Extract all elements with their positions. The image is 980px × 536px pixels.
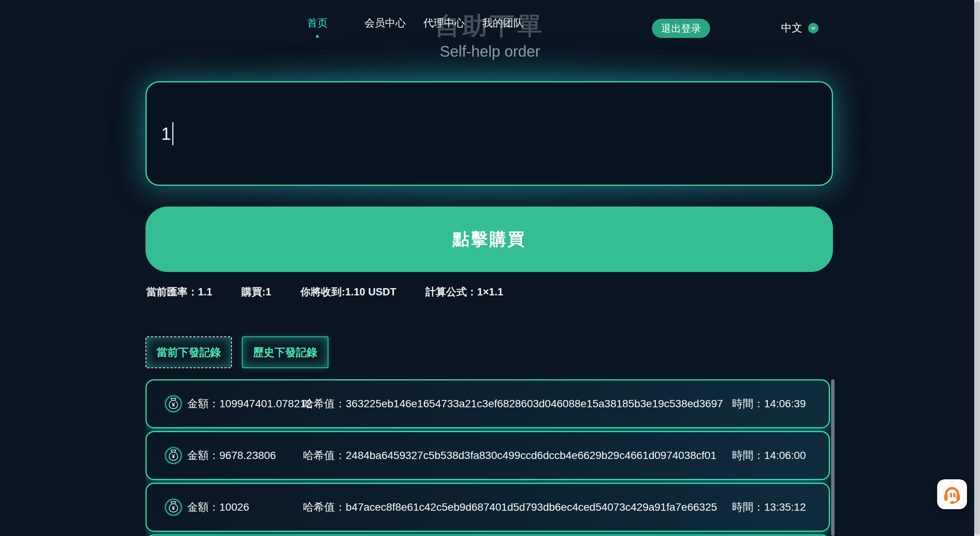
tab-current-records[interactable]: 當前下發記錄 (145, 336, 232, 368)
main-nav: 首页 ▲ 会员中心 代理中心 我的团队 (307, 16, 541, 30)
headset-icon (941, 483, 963, 505)
language-selector[interactable]: 中文 (781, 21, 818, 35)
record-amount: 金額：10026 (187, 500, 303, 515)
money-bag-icon: ¥ (164, 498, 183, 516)
record-time: 時間：14:06:39 (732, 397, 806, 411)
record-hash: 哈希值：363225eb146e1654733a21c3ef6828603d04… (303, 397, 732, 411)
record-tabs: 當前下發記錄 歷史下發記錄 (145, 336, 328, 368)
page-scrollbar-thumb[interactable] (975, 1, 980, 535)
self-help-order-page: 自助下單 Self-help order 首页 ▲ 会员中心 代理中心 我的团队… (0, 0, 980, 536)
active-nav-indicator-icon: ▲ (315, 32, 320, 39)
page-subtitle: Self-help order (0, 43, 980, 60)
language-label: 中文 (781, 21, 802, 35)
record-time: 時間：14:06:00 (732, 448, 806, 463)
record-hash: 哈希值：b47acec8f8e61c42c5eb9d687401d5d793db… (303, 500, 732, 515)
chevron-down-icon (808, 23, 818, 33)
svg-text:¥: ¥ (172, 505, 175, 511)
money-bag-icon: ¥ (164, 395, 183, 413)
amount-input-value: 1 (161, 123, 171, 144)
record-row: ¥ 金額：109947401.078212 哈希值：363225eb146e16… (145, 379, 830, 428)
logout-button[interactable]: 退出登录 (652, 19, 710, 38)
order-info-row: 當前匯率：1.1 購買:1 你將收到:1.10 USDT 計算公式：1×1.1 (146, 285, 503, 299)
record-row-clipped (145, 534, 830, 536)
record-row: ¥ 金額：10026 哈希值：b47acec8f8e61c42c5eb9d687… (145, 483, 830, 532)
text-cursor (172, 122, 173, 145)
money-bag-icon: ¥ (164, 446, 183, 465)
you-will-receive: 你將收到:1.10 USDT (301, 285, 397, 299)
nav-item-my-team[interactable]: 我的团队 (482, 16, 524, 30)
buy-quantity: 購買:1 (242, 285, 271, 299)
current-rate: 當前匯率：1.1 (146, 285, 212, 299)
nav-item-agent-center[interactable]: 代理中心 (423, 16, 465, 30)
nav-item-home[interactable]: 首页 ▲ (307, 16, 328, 30)
buy-button[interactable]: 點擊購買 (145, 207, 833, 272)
customer-service-button[interactable] (937, 479, 967, 509)
tab-history-records[interactable]: 歷史下發記錄 (242, 336, 328, 368)
record-row: ¥ 金額：9678.23806 哈希值：2484ba6459327c5b538d… (145, 431, 830, 480)
records-list[interactable]: ¥ 金額：109947401.078212 哈希值：363225eb146e16… (145, 379, 835, 536)
record-hash: 哈希值：2484ba6459327c5b538d3fa830c499ccd6dc… (303, 448, 732, 463)
calc-formula: 計算公式：1×1.1 (425, 285, 503, 299)
svg-text:¥: ¥ (172, 453, 175, 459)
page-scrollbar[interactable] (974, 0, 980, 536)
nav-item-member-center[interactable]: 会员中心 (364, 16, 406, 30)
amount-input[interactable]: 1 (145, 81, 833, 186)
record-amount: 金額：109947401.078212 (187, 397, 303, 411)
record-time: 時間：13:35:12 (732, 500, 806, 515)
svg-text:¥: ¥ (172, 402, 175, 408)
record-amount: 金額：9678.23806 (187, 448, 303, 463)
